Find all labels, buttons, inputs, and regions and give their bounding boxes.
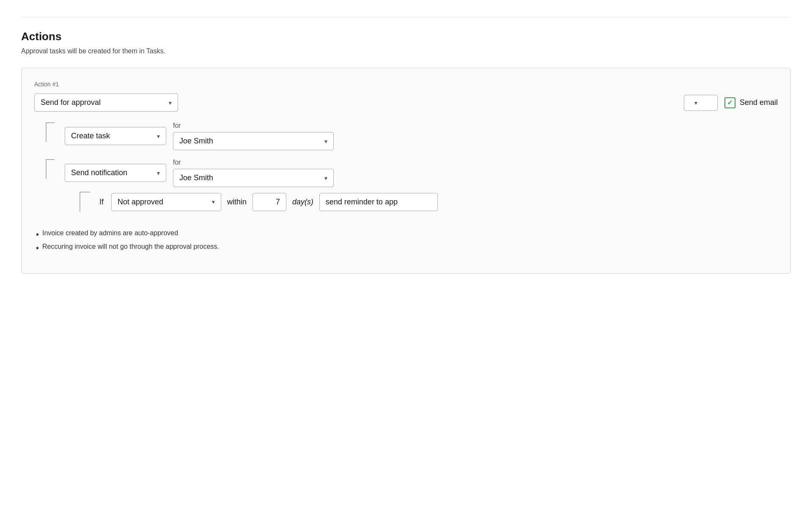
secondary-chevron-icon: ▾: [694, 99, 697, 106]
bullet-1: •: [36, 229, 39, 239]
action-card-label: Action #1: [34, 81, 778, 88]
main-action-chevron-icon: ▾: [169, 99, 172, 106]
send-email-checkbox[interactable]: ✓: [724, 97, 735, 108]
sub-action-row-2: Send notification ▾ for Joe Smith ▾: [43, 159, 778, 187]
if-label: If: [99, 198, 104, 206]
page-container: Actions Approval tasks will be created f…: [0, 0, 812, 509]
top-divider: [21, 17, 791, 17]
action-type-value-2: Send notification: [71, 168, 127, 177]
note-item-2: • Reccuring invoice will not go through …: [36, 243, 778, 253]
send-email-label: Send email: [740, 98, 778, 107]
notes-section: • Invoice created by admins are auto-app…: [34, 229, 778, 253]
connector-bracket-small: [77, 191, 93, 212]
action-type-value-1: Create task: [71, 132, 110, 140]
action-type-select-1[interactable]: Create task ▾: [65, 127, 166, 145]
checkmark-icon: ✓: [727, 99, 732, 107]
main-action-select-value: Send for approval: [41, 98, 101, 107]
action-type-select-2[interactable]: Send notification ▾: [65, 164, 166, 182]
days-input[interactable]: [252, 193, 286, 211]
action-type-chevron-2: ▾: [157, 170, 160, 176]
approval-status-select[interactable]: Not approved ▾: [111, 193, 221, 211]
note-text-1: Invoice created by admins are auto-appro…: [42, 229, 178, 237]
sub-action-fields-2: Send notification ▾ for Joe Smith ▾: [65, 159, 334, 187]
for-label-2: for: [173, 159, 334, 166]
person-select-1[interactable]: Joe Smith ▾: [173, 132, 334, 150]
action-type-chevron-1: ▾: [157, 133, 160, 140]
section-subtitle: Approval tasks will be created for them …: [21, 47, 791, 55]
secondary-action-select[interactable]: ▾: [684, 95, 718, 111]
days-label: day(s): [292, 198, 313, 206]
approval-status-chevron: ▾: [212, 198, 215, 205]
send-email-container: ✓ Send email: [724, 97, 778, 108]
person-field-group-2: for Joe Smith ▾: [173, 159, 334, 187]
person-value-1: Joe Smith: [179, 137, 213, 146]
note-text-2: Reccuring invoice will not go through th…: [42, 243, 219, 250]
connector-bracket-1: [43, 122, 58, 143]
for-label-1: for: [173, 122, 334, 129]
main-action-select[interactable]: Send for approval ▾: [34, 94, 178, 112]
person-select-2[interactable]: Joe Smith ▾: [173, 169, 334, 187]
person-chevron-1: ▾: [324, 138, 327, 145]
sub-action-row-1: Create task ▾ for Joe Smith ▾: [43, 122, 778, 150]
reminder-value: send reminder to app: [326, 198, 398, 206]
section-title: Actions: [21, 30, 791, 43]
action-card-1: Action #1 Send for approval ▾ ▾ ✓ Send e…: [21, 68, 791, 274]
within-label: within: [227, 198, 247, 206]
person-chevron-2: ▾: [324, 175, 327, 182]
sub-actions-container: Create task ▾ for Joe Smith ▾: [34, 122, 778, 187]
sub-action-fields-1: Create task ▾ for Joe Smith ▾: [65, 122, 334, 150]
reminder-select[interactable]: send reminder to app: [319, 193, 438, 211]
approval-status-value: Not approved: [118, 198, 163, 206]
conditional-row: If Not approved ▾ within day(s) send rem…: [34, 191, 778, 212]
action-header-row: Send for approval ▾ ▾ ✓ Send email: [34, 94, 778, 112]
person-field-group-1: for Joe Smith ▾: [173, 122, 334, 150]
note-item-1: • Invoice created by admins are auto-app…: [36, 229, 778, 239]
bullet-2: •: [36, 243, 39, 253]
person-value-2: Joe Smith: [179, 173, 213, 182]
connector-bracket-2: [43, 159, 58, 180]
